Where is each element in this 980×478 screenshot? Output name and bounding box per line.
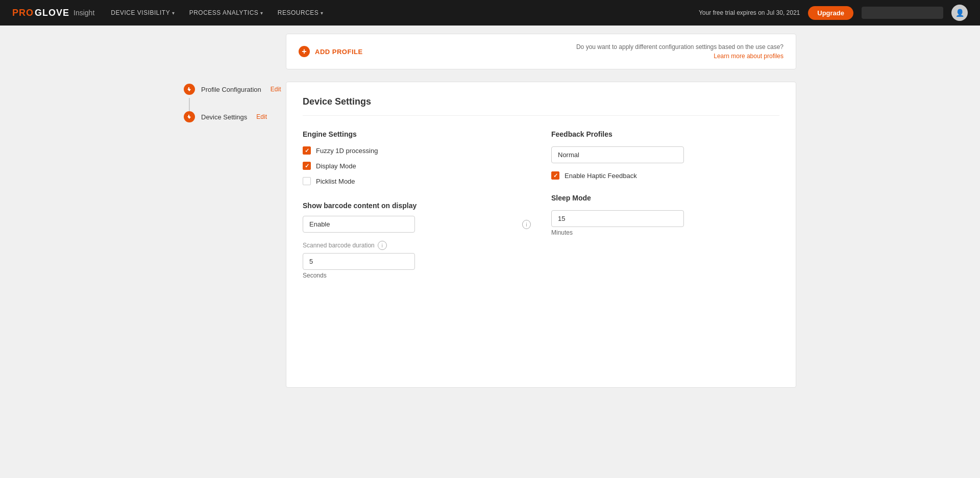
step-circle-profile	[184, 84, 195, 95]
settings-grid: Engine Settings Fuzzy 1D processing Disp…	[303, 130, 779, 279]
barcode-display-row: Enable Disable i	[303, 216, 531, 233]
step-profile-configuration: Profile Configuration Edit	[184, 84, 286, 95]
checkbox-display-mode: Display Mode	[303, 162, 531, 170]
svg-marker-1	[188, 89, 191, 91]
logo-glove: GLOVE	[35, 8, 69, 18]
engine-settings-title: Engine Settings	[303, 130, 531, 138]
upgrade-button[interactable]: Upgrade	[808, 6, 853, 20]
trial-text: Your free trial expires on Jul 30, 2021	[699, 9, 800, 16]
logo-insight: Insight	[74, 9, 94, 17]
barcode-display-select[interactable]: Enable Disable	[303, 216, 415, 233]
checkbox-haptic-feedback: Enable Haptic Feedback	[551, 171, 779, 180]
nav-item-process-analytics[interactable]: PROCESS ANALYTICS ▾	[189, 9, 263, 16]
feedback-profiles-section: Feedback Profiles Normal Quiet Loud Enab…	[551, 130, 779, 180]
avatar: 👤	[951, 5, 968, 21]
checkbox-picklist-mode-label: Picklist Mode	[316, 178, 355, 185]
nav-item-resources[interactable]: RESOURCES ▾	[278, 9, 324, 16]
barcode-duration-select[interactable]: 1 2 3 4 5 10	[303, 253, 415, 270]
add-profile-label[interactable]: ADD PROFILE	[315, 48, 363, 56]
logo: PRO GLOVE Insight	[12, 8, 94, 18]
checkbox-display-mode-label: Display Mode	[316, 162, 356, 170]
checkbox-fuzzy1d-input[interactable]	[303, 146, 311, 155]
checkbox-fuzzy1d-label: Fuzzy 1D processing	[316, 147, 378, 155]
barcode-duration-field: Scanned barcode duration i 1 2 3 4 5	[303, 241, 531, 279]
chevron-down-icon: ▾	[260, 10, 263, 16]
chevron-down-icon: ▾	[321, 10, 324, 16]
steps-container: Profile Configuration Edit Device Settin…	[184, 82, 796, 388]
sleep-mode-select[interactable]: 5 10 15 20 30	[551, 210, 684, 227]
step-device-settings: Device Settings Edit	[184, 111, 286, 122]
barcode-section: Show barcode content on display Enable D…	[303, 202, 531, 279]
step-label-profile: Profile Configuration	[201, 86, 261, 93]
feedback-profiles-select[interactable]: Normal Quiet Loud	[551, 146, 684, 163]
steps-sidebar: Profile Configuration Edit Device Settin…	[184, 82, 286, 388]
barcode-section-title: Show barcode content on display	[303, 202, 531, 210]
checkbox-haptic-feedback-input[interactable]	[551, 171, 559, 180]
settings-right-column: Feedback Profiles Normal Quiet Loud Enab…	[551, 130, 779, 279]
panel-title: Device Settings	[303, 96, 779, 116]
barcode-duration-label: Scanned barcode duration i	[303, 241, 531, 250]
svg-marker-3	[188, 117, 191, 119]
step-edit-device[interactable]: Edit	[256, 113, 267, 120]
sleep-mode-title: Sleep Mode	[551, 194, 779, 202]
barcode-display-dropdown-wrapper: Enable Disable	[303, 216, 517, 233]
settings-left-column: Engine Settings Fuzzy 1D processing Disp…	[303, 130, 531, 279]
barcode-duration-dropdown-wrapper: 1 2 3 4 5 10	[303, 253, 531, 270]
sleep-mode-section: Sleep Mode 5 10 15 20 30 Minutes	[551, 194, 779, 236]
add-profile-right: Do you want to apply different configura…	[576, 42, 783, 61]
feedback-profiles-dropdown-wrapper: Normal Quiet Loud	[551, 146, 779, 163]
barcode-display-info-icon[interactable]: i	[522, 220, 531, 229]
step-edit-profile[interactable]: Edit	[271, 86, 281, 93]
barcode-duration-info-icon[interactable]: i	[378, 241, 387, 250]
main-panel: Device Settings Engine Settings Fuzzy 1D…	[286, 82, 796, 388]
add-profile-left: + ADD PROFILE	[299, 46, 363, 57]
add-profile-banner: + ADD PROFILE Do you want to apply diffe…	[286, 34, 796, 69]
checkbox-haptic-feedback-label: Enable Haptic Feedback	[565, 172, 637, 180]
checkbox-picklist-mode: Picklist Mode	[303, 177, 531, 185]
nav-items: DEVICE VISIBILITY ▾ PROCESS ANALYTICS ▾ …	[111, 9, 324, 16]
sleep-mode-dropdown-wrapper: 5 10 15 20 30	[551, 210, 779, 227]
learn-more-link[interactable]: Learn more about profiles	[714, 53, 783, 60]
search-input[interactable]	[862, 7, 943, 19]
step-circle-device	[184, 111, 195, 122]
feedback-profiles-title: Feedback Profiles	[551, 130, 779, 138]
add-profile-icon[interactable]: +	[299, 46, 310, 57]
checkbox-fuzzy1d: Fuzzy 1D processing	[303, 146, 531, 155]
nav-item-device-visibility[interactable]: DEVICE VISIBILITY ▾	[111, 9, 175, 16]
barcode-duration-unit: Seconds	[303, 272, 531, 279]
navbar-left: PRO GLOVE Insight DEVICE VISIBILITY ▾ PR…	[12, 8, 324, 18]
checkbox-picklist-mode-input[interactable]	[303, 177, 311, 185]
page-content: + ADD PROFILE Do you want to apply diffe…	[184, 26, 796, 396]
step-label-device: Device Settings	[201, 113, 247, 121]
navbar-right: Your free trial expires on Jul 30, 2021 …	[699, 5, 968, 21]
logo-pro: PRO	[12, 8, 34, 18]
engine-settings-section: Engine Settings Fuzzy 1D processing Disp…	[303, 130, 531, 185]
chevron-down-icon: ▾	[172, 10, 175, 16]
checkbox-display-mode-input[interactable]	[303, 162, 311, 170]
navbar: PRO GLOVE Insight DEVICE VISIBILITY ▾ PR…	[0, 0, 980, 26]
sleep-mode-unit: Minutes	[551, 229, 779, 236]
add-profile-description: Do you want to apply different configura…	[576, 43, 783, 51]
